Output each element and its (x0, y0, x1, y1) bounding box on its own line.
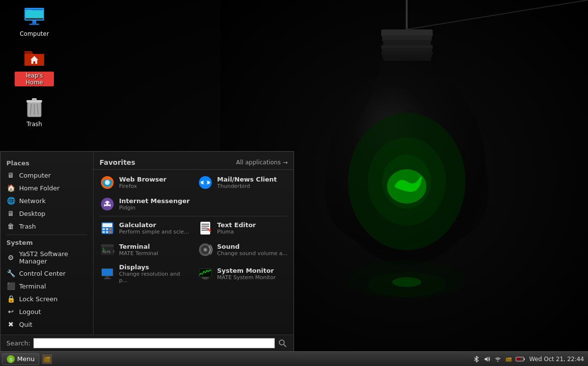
favorites-header: Favorites All applications → (94, 156, 294, 170)
search-input[interactable] (33, 338, 275, 348)
terminal-fav-text: Terminal MATE Terminal (119, 243, 158, 257)
menu-item-quit-label: Quit (19, 321, 32, 328)
svg-rect-24 (25, 18, 43, 20)
thunderbird-icon (197, 175, 213, 190)
galculator-text: Galculator Perform simple and scie... (119, 221, 189, 235)
menu-item-network-label: Network (19, 197, 46, 205)
menu-item-lock-screen[interactable]: 🔒 Lock Screen (0, 292, 93, 305)
menu-item-control-center[interactable]: 🔧 Control Center (0, 267, 93, 280)
fav-item-firefox[interactable]: Web Browser Firefox (96, 172, 194, 193)
fav-item-sound[interactable]: Sound Change sound volume a... (194, 239, 292, 261)
svg-rect-52 (201, 224, 209, 225)
firefox-text: Web Browser Firefox (119, 176, 167, 189)
fav-item-pluma[interactable]: Text Editor Pluma (194, 217, 292, 239)
menu-item-logout[interactable]: ↩ Logout (0, 305, 93, 318)
menu-item-network[interactable]: 🌐 Network (0, 194, 93, 207)
svg-rect-50 (109, 231, 112, 233)
menu-item-terminal-label: Terminal (19, 283, 46, 290)
menu-item-trash[interactable]: 🗑 Trash (0, 220, 93, 233)
menu-left-panel: Places 🖥 Computer 🏠 Home Folder 🌐 Networ… (0, 152, 94, 335)
start-menu: Places 🖥 Computer 🏠 Home Folder 🌐 Networ… (0, 151, 294, 351)
svg-point-39 (203, 181, 207, 184)
menu-right-panel: Favorites All applications → (94, 152, 294, 335)
search-icon[interactable] (278, 339, 288, 348)
taskbar-files-icon[interactable] (42, 354, 52, 364)
system-tray (472, 355, 525, 363)
svg-point-73 (279, 340, 284, 345)
firefox-icon (99, 175, 115, 190)
fav-item-displays[interactable]: Displays Change resolution and p... (96, 261, 194, 287)
computer-icon-label: Computer (20, 30, 49, 37)
menu-item-computer-label: Computer (19, 172, 51, 179)
all-apps-label: All applications (236, 159, 281, 166)
svg-rect-4 (383, 40, 431, 45)
menu-item-quit[interactable]: ✖ Quit (0, 318, 93, 331)
power-tray-icon[interactable] (515, 356, 525, 362)
pluma-icon (197, 220, 213, 236)
svg-line-74 (284, 344, 286, 347)
fav-item-terminal[interactable]: $ _ MATE Terminal Terminal MATE Terminal (96, 239, 194, 261)
fav-item-thunderbird[interactable]: Mail/News Client Thunderbird (194, 172, 292, 193)
menu-item-yast[interactable]: ⚙ YaST2 Software Manager (0, 248, 93, 267)
system-title: System (0, 237, 93, 248)
terminal-fav-icon: $ _ MATE Terminal (99, 242, 115, 258)
volume-tray-icon[interactable] (483, 355, 491, 363)
svg-rect-54 (201, 228, 207, 229)
fav-item-pidgin[interactable]: Internet Messenger Pidgin (96, 193, 292, 215)
svg-rect-25 (32, 21, 36, 24)
menu-item-desktop[interactable]: 🖥 Desktop (0, 207, 93, 220)
yast-menu-icon: ⚙ (6, 253, 15, 262)
quit-menu-icon: ✖ (6, 320, 15, 329)
system-clock: Wed Oct 21, 22:44 (529, 356, 584, 363)
taskbar-quicklaunch (42, 354, 52, 364)
menu-button[interactable]: S Menu (2, 353, 39, 365)
menu-item-home[interactable]: 🏠 Home Folder (0, 182, 93, 194)
desktop-icon-trash[interactable]: Trash (15, 95, 54, 128)
home-icon (23, 46, 46, 70)
taskbar-right: Wed Oct 21, 22:44 (472, 355, 588, 363)
svg-rect-26 (29, 24, 39, 25)
displays-icon (99, 266, 115, 282)
svg-rect-48 (102, 231, 105, 233)
control-center-menu-icon: 🔧 (6, 269, 15, 278)
network-tray-icon[interactable] (494, 355, 502, 363)
search-label: Search: (6, 340, 30, 347)
menu-item-computer[interactable]: 🖥 Computer (0, 169, 93, 182)
menu-item-terminal[interactable]: ⬛ Terminal (0, 280, 93, 292)
fav-item-system-monitor[interactable]: System Monitor MATE System Monitor (194, 261, 292, 287)
svg-rect-67 (105, 276, 109, 278)
svg-rect-81 (524, 358, 525, 360)
fav-divider-1 (99, 216, 288, 216)
svg-rect-47 (109, 228, 112, 230)
menu-content: Places 🖥 Computer 🏠 Home Folder 🌐 Networ… (0, 152, 294, 335)
svg-rect-66 (102, 269, 113, 276)
system-monitor-icon (197, 266, 213, 282)
bluetooth-tray-icon[interactable] (472, 355, 480, 363)
desktop-icons: Computer leap's Home (15, 5, 54, 128)
svg-rect-82 (516, 358, 520, 361)
svg-text:MATE Terminal: MATE Terminal (102, 250, 115, 254)
svg-point-18 (392, 277, 421, 287)
menu-item-yast-label: YaST2 Software Manager (19, 250, 87, 265)
openSUSE-logo-icon: S (6, 355, 15, 364)
menu-item-trash-label: Trash (19, 223, 36, 230)
thunderbird-text: Mail/News Client Thunderbird (217, 176, 277, 189)
menu-item-home-label: Home Folder (19, 184, 60, 192)
svg-rect-49 (106, 231, 108, 233)
file-tray-icon[interactable] (505, 355, 513, 363)
favorites-grid: Web Browser Firefox Mail/News Client (94, 170, 294, 288)
displays-text: Displays Change resolution and p... (119, 263, 190, 284)
svg-rect-55 (201, 230, 208, 231)
lock-screen-menu-icon: 🔒 (6, 294, 15, 303)
all-apps-link[interactable]: All applications → (236, 159, 288, 166)
trash-icon (23, 95, 46, 119)
desktop-icon-home[interactable]: leap's Home (15, 46, 54, 86)
svg-rect-53 (201, 226, 209, 227)
desktop-icon-computer[interactable]: Computer (15, 5, 54, 37)
menu-search-bar: Search: (0, 335, 294, 351)
taskbar: S Menu (0, 351, 588, 366)
pidgin-icon (99, 196, 115, 212)
system-monitor-text: System Monitor MATE System Monitor (217, 267, 276, 281)
fav-item-galculator[interactable]: Galculator Perform simple and scie... (96, 217, 194, 239)
svg-rect-31 (32, 98, 37, 101)
